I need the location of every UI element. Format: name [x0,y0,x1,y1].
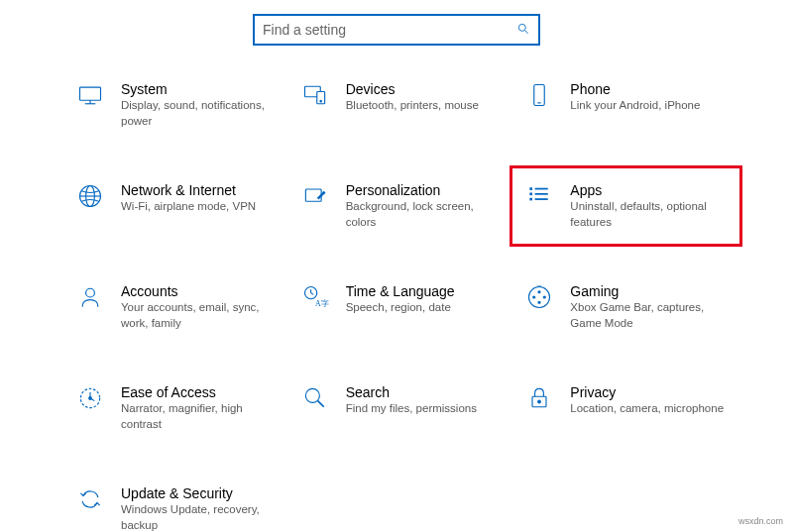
category-network[interactable]: Network & InternetWi-Fi, airplane mode, … [69,176,284,236]
category-desc: Link your Android, iPhone [570,98,700,114]
privacy-icon [522,384,556,418]
svg-rect-13 [305,189,321,201]
category-title: Network & Internet [121,182,256,198]
category-desc: Xbox Game Bar, captures, Game Mode [570,300,729,331]
category-desc: Location, camera, microphone [570,401,724,417]
network-icon [73,182,107,216]
category-title: Ease of Access [121,384,280,400]
svg-point-7 [320,100,321,101]
category-title: System [121,81,280,97]
category-privacy[interactable]: PrivacyLocation, camera, microphone [518,378,734,438]
svg-text:A字: A字 [315,299,329,308]
category-title: Search [346,384,477,400]
search-box[interactable] [253,14,540,46]
watermark: wsxdn.com [738,516,783,526]
category-title: Gaming [570,283,729,299]
category-desc: Speech, region, date [346,300,455,316]
category-update[interactable]: Update & SecurityWindows Update, recover… [69,479,284,532]
search-icon [516,22,530,39]
svg-rect-17 [530,198,533,201]
svg-line-1 [525,30,528,33]
search-input[interactable] [263,22,516,38]
category-title: Devices [346,81,479,97]
category-title: Time & Language [346,283,455,299]
category-title: Apps [570,182,729,198]
category-time[interactable]: A字Time & LanguageSpeech, region, date [294,277,510,337]
apps-icon [522,182,556,216]
category-ease[interactable]: Ease of AccessNarrator, magnifier, high … [69,378,284,438]
svg-point-35 [305,388,319,402]
category-desc: Narrator, magnifier, high contrast [121,401,280,432]
time-icon: A字 [298,283,332,317]
svg-point-34 [89,397,92,400]
update-icon [73,485,107,519]
svg-point-28 [538,301,540,303]
svg-point-0 [518,24,525,31]
svg-rect-16 [530,193,533,196]
category-desc: Background, lock screen, colors [346,199,505,230]
search-icon [298,384,332,418]
svg-point-21 [86,288,95,297]
phone-icon [522,81,556,115]
svg-rect-15 [530,187,533,190]
category-title: Phone [570,81,700,97]
svg-line-36 [317,401,323,407]
svg-rect-2 [80,87,101,100]
system-icon [73,81,107,115]
category-desc: Find my files, permissions [346,401,477,417]
category-desc: Your accounts, email, sync, work, family [121,300,280,331]
category-accounts[interactable]: AccountsYour accounts, email, sync, work… [69,277,284,337]
svg-point-29 [533,296,535,298]
svg-point-30 [544,296,546,298]
category-search[interactable]: SearchFind my files, permissions [294,378,510,438]
svg-line-24 [310,293,313,295]
category-desc: Uninstall, defaults, optional features [570,199,729,230]
category-desc: Wi-Fi, airplane mode, VPN [121,199,256,215]
svg-point-27 [538,291,540,293]
category-title: Accounts [121,283,280,299]
category-title: Update & Security [121,485,280,501]
category-personalization[interactable]: PersonalizationBackground, lock screen, … [294,176,510,236]
category-gaming[interactable]: GamingXbox Game Bar, captures, Game Mode [518,277,734,337]
category-devices[interactable]: DevicesBluetooth, printers, mouse [294,75,510,135]
svg-point-38 [538,400,541,403]
personalization-icon [298,182,332,216]
category-phone[interactable]: PhoneLink your Android, iPhone [518,75,734,135]
gaming-icon [522,283,556,317]
accounts-icon [73,283,107,317]
category-desc: Windows Update, recovery, backup [121,502,280,532]
category-title: Personalization [346,182,505,198]
category-apps[interactable]: AppsUninstall, defaults, optional featur… [510,165,742,247]
svg-point-26 [529,287,550,308]
ease-icon [73,384,107,418]
category-desc: Display, sound, notifications, power [121,98,280,129]
category-desc: Bluetooth, printers, mouse [346,98,479,114]
category-system[interactable]: SystemDisplay, sound, notifications, pow… [69,75,284,135]
devices-icon [298,81,332,115]
category-title: Privacy [570,384,724,400]
